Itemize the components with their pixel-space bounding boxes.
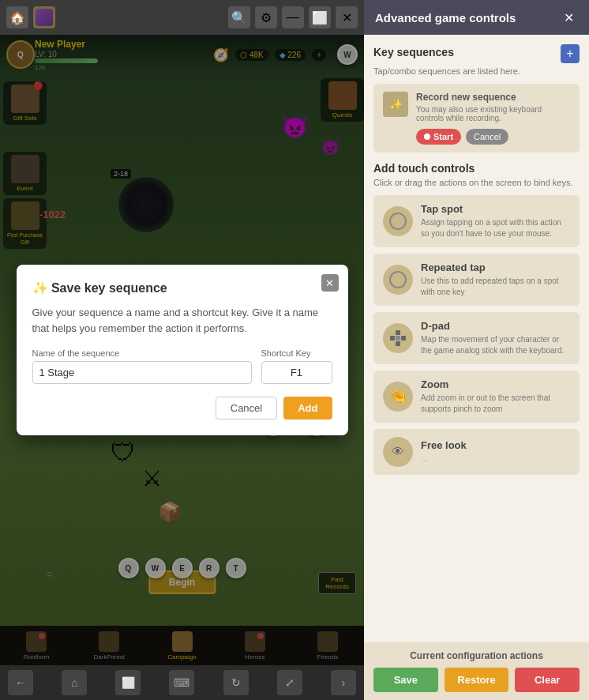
repeated-tap-name: Repeated tap bbox=[421, 262, 570, 273]
svg-rect-1 bbox=[396, 341, 400, 346]
record-icon: ✨ bbox=[383, 92, 408, 117]
repeated-tap-desc: Use this to add repeated taps on a spot … bbox=[421, 276, 570, 298]
home-btn[interactable]: ⌂ bbox=[62, 670, 87, 695]
record-title: Record new sequence bbox=[416, 92, 570, 103]
dpad-name: D-pad bbox=[421, 320, 570, 332]
wand-icon: ✨ bbox=[389, 98, 403, 111]
home-icon[interactable]: 🏠 bbox=[6, 6, 28, 28]
zoom-name: Zoom bbox=[421, 378, 570, 390]
modal-cancel-btn[interactable]: Cancel bbox=[216, 397, 277, 420]
dpad-icon bbox=[383, 323, 413, 353]
freelook-card[interactable]: 👁 Free look ... bbox=[373, 429, 580, 475]
zoom-card[interactable]: 🤏 Zoom Add zoom in or out to the screen … bbox=[373, 371, 580, 423]
dpad-card[interactable]: D-pad Map the movement of your character… bbox=[373, 312, 580, 364]
emulator-controls: ← ⌂ ⬜ ⌨ ↻ ⤢ › bbox=[0, 665, 364, 700]
record-dot bbox=[424, 134, 430, 140]
keyboard-btn[interactable]: ⌨ bbox=[169, 670, 194, 695]
maximize-icon[interactable]: ⬜ bbox=[309, 6, 331, 28]
tap-spot-info: Tap spot Assign tapping on a spot with t… bbox=[421, 203, 570, 239]
settings-icon[interactable]: ⚙ bbox=[255, 6, 277, 28]
record-actions: Start Cancel bbox=[416, 129, 570, 145]
more-btn[interactable]: › bbox=[331, 670, 356, 695]
restore-btn[interactable]: Restore bbox=[445, 668, 509, 692]
start-btn[interactable]: Start bbox=[416, 129, 461, 145]
panel-title: Advanced game controls bbox=[375, 11, 516, 24]
footer-title: Current configuration actions bbox=[373, 650, 580, 661]
recent-btn[interactable]: ⬜ bbox=[115, 670, 141, 695]
right-panel: Advanced game controls ✕ Key sequences +… bbox=[364, 0, 589, 700]
svg-rect-4 bbox=[396, 336, 400, 341]
key-field: Shortcut Key bbox=[261, 348, 332, 384]
rotate-btn[interactable]: ↻ bbox=[223, 670, 249, 695]
name-label: Name of the sequence bbox=[32, 348, 252, 358]
name-input[interactable] bbox=[32, 361, 252, 384]
modal-title: ✨ Save key sequence bbox=[32, 280, 332, 295]
repeated-tap-info: Repeated tap Use this to add repeated ta… bbox=[421, 262, 570, 298]
tap-spot-name: Tap spot bbox=[421, 203, 570, 215]
key-sequences-header: Key sequences + bbox=[373, 44, 580, 63]
freelook-desc: ... bbox=[421, 453, 570, 465]
touch-controls-title: Add touch controls bbox=[373, 162, 580, 175]
dpad-info: D-pad Map the movement of your character… bbox=[421, 320, 570, 356]
cancel-record-btn[interactable]: Cancel bbox=[466, 129, 508, 145]
zoom-icon: 🤏 bbox=[383, 382, 413, 412]
name-field: Name of the sequence bbox=[32, 348, 252, 384]
dpad-desc: Map the movement of your character or th… bbox=[421, 334, 570, 356]
fullscreen-btn[interactable]: ⤢ bbox=[277, 670, 302, 695]
touch-controls-subtitle: Click or drag the actions on the screen … bbox=[373, 178, 580, 187]
close-window-icon[interactable]: ✕ bbox=[336, 6, 358, 28]
panel-header: Advanced game controls ✕ bbox=[364, 0, 589, 35]
footer-actions: Save Restore Clear bbox=[373, 668, 580, 692]
svg-rect-3 bbox=[401, 336, 406, 341]
repeated-tap-icon bbox=[383, 265, 413, 295]
record-text: Record new sequence You may also use exi… bbox=[416, 92, 570, 145]
clear-btn[interactable]: Clear bbox=[515, 668, 580, 692]
save-btn[interactable]: Save bbox=[373, 668, 438, 692]
key-sequences-title: Key sequences bbox=[373, 46, 454, 58]
back-btn[interactable]: ← bbox=[8, 670, 33, 695]
touch-controls-section: Add touch controls Click or drag the act… bbox=[373, 162, 580, 475]
panel-content: Key sequences + Tap/combo sequences are … bbox=[364, 35, 589, 642]
freelook-info: Free look ... bbox=[421, 439, 570, 465]
game-screen: Q New Player LV: 10 12K 🧭 ⬡ 48K bbox=[0, 35, 364, 665]
game-topbar: 🏠 🔍 ⚙ — ⬜ ✕ bbox=[0, 0, 364, 35]
tap-spot-card[interactable]: Tap spot Assign tapping on a spot with t… bbox=[373, 195, 580, 247]
panel-footer: Current configuration actions Save Resto… bbox=[364, 642, 589, 700]
add-sequence-btn[interactable]: + bbox=[561, 44, 580, 63]
modal-actions: Cancel Add bbox=[32, 397, 332, 420]
freelook-name: Free look bbox=[421, 439, 570, 451]
save-sequence-modal: ✕ ✨ Save key sequence Give your sequence… bbox=[17, 265, 348, 435]
minimize-icon[interactable]: — bbox=[282, 6, 304, 28]
key-sequences-subtitle: Tap/combo sequences are listed here. bbox=[373, 66, 580, 76]
freelook-icon: 👁 bbox=[383, 437, 413, 467]
modal-description: Give your sequence a name and a shortcut… bbox=[32, 305, 332, 336]
svg-rect-0 bbox=[396, 330, 400, 335]
repeated-tap-card[interactable]: Repeated tap Use this to add repeated ta… bbox=[373, 254, 580, 306]
tap-spot-icon bbox=[383, 206, 413, 236]
search-icon[interactable]: 🔍 bbox=[228, 6, 250, 28]
game-area: 🏠 🔍 ⚙ — ⬜ ✕ Q New Player LV: 10 bbox=[0, 0, 364, 700]
game-icon[interactable] bbox=[33, 6, 55, 28]
modal-overlay: ✕ ✨ Save key sequence Give your sequence… bbox=[0, 35, 364, 665]
panel-close-btn[interactable]: ✕ bbox=[559, 8, 578, 27]
key-input[interactable] bbox=[261, 361, 332, 384]
zoom-info: Zoom Add zoom in or out to the screen th… bbox=[421, 378, 570, 415]
tap-spot-desc: Assign tapping on a spot with this actio… bbox=[421, 217, 570, 239]
modal-add-btn[interactable]: Add bbox=[283, 397, 332, 420]
svg-rect-2 bbox=[390, 336, 395, 341]
record-box: ✨ Record new sequence You may also use e… bbox=[373, 84, 580, 152]
record-desc: You may also use existing keyboard contr… bbox=[416, 105, 570, 122]
modal-close-btn[interactable]: ✕ bbox=[321, 274, 339, 292]
key-label: Shortcut Key bbox=[261, 348, 332, 358]
zoom-desc: Add zoom in or out to the screen that su… bbox=[421, 393, 570, 415]
modal-fields: Name of the sequence Shortcut Key bbox=[32, 348, 332, 384]
